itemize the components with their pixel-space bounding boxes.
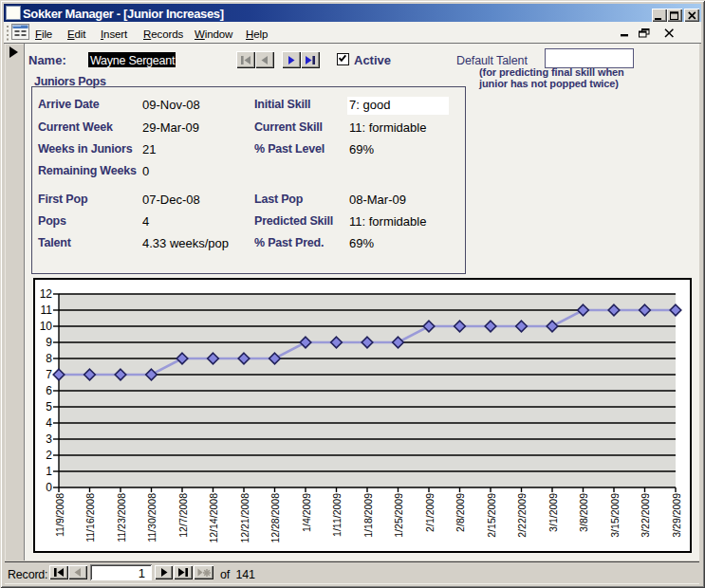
svg-text:2/22/2009: 2/22/2009 — [516, 493, 528, 538]
svg-text:11/23/2008: 11/23/2008 — [116, 493, 127, 542]
svg-text:12/21/2008: 12/21/2008 — [239, 493, 250, 543]
svg-text:1/25/2009: 1/25/2009 — [393, 493, 404, 538]
svg-text:12: 12 — [40, 287, 53, 301]
svg-text:8: 8 — [46, 352, 52, 365]
svg-text:1: 1 — [46, 465, 52, 478]
svg-text:3/22/2009: 3/22/2009 — [640, 493, 651, 538]
svg-text:2/8/2009: 2/8/2009 — [455, 493, 466, 532]
svg-text:2: 2 — [46, 449, 52, 462]
svg-text:11/16/2008: 11/16/2008 — [84, 493, 96, 542]
svg-text:1/18/2009: 1/18/2009 — [362, 493, 374, 538]
svg-text:4: 4 — [46, 416, 52, 430]
svg-text:12/14/2008: 12/14/2008 — [208, 493, 219, 543]
svg-text:3/29/2009: 3/29/2009 — [671, 493, 682, 538]
svg-text:3/8/2009: 3/8/2009 — [578, 493, 589, 532]
svg-text:1/11/2009: 1/11/2009 — [331, 493, 343, 537]
svg-text:1/4/2009: 1/4/2009 — [301, 493, 312, 532]
svg-text:3/1/2009: 3/1/2009 — [547, 493, 559, 532]
svg-text:9: 9 — [46, 336, 52, 349]
svg-text:6: 6 — [46, 384, 52, 397]
svg-text:12/28/2008: 12/28/2008 — [269, 493, 281, 543]
svg-text:11/9/2008: 11/9/2008 — [54, 493, 65, 537]
svg-text:10: 10 — [40, 320, 53, 333]
svg-text:5: 5 — [46, 400, 52, 413]
svg-text:2/1/2009: 2/1/2009 — [424, 493, 436, 532]
svg-text:0: 0 — [46, 481, 52, 494]
svg-text:7: 7 — [46, 368, 52, 381]
svg-text:2/15/2009: 2/15/2009 — [486, 493, 497, 538]
svg-text:11: 11 — [41, 303, 53, 317]
svg-text:12/7/2008: 12/7/2008 — [177, 493, 189, 538]
svg-text:3/15/2009: 3/15/2009 — [609, 493, 621, 538]
svg-text:3: 3 — [46, 432, 52, 446]
svg-text:11/30/2008: 11/30/2008 — [146, 493, 158, 542]
